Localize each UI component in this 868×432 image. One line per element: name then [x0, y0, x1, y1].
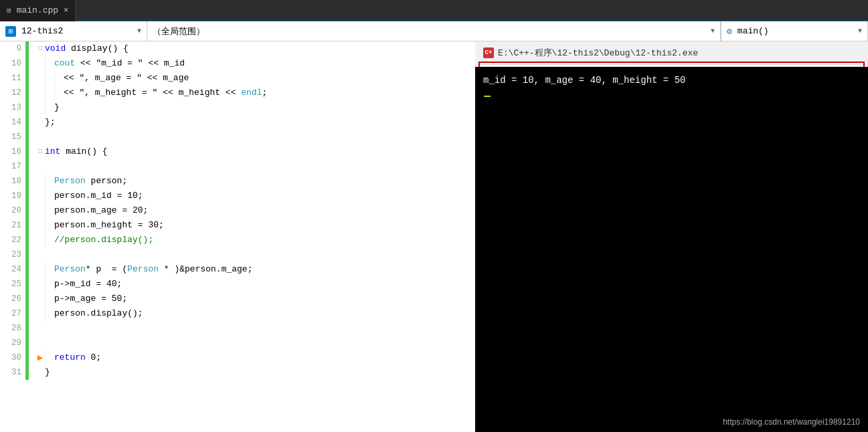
collapse-placeholder — [35, 56, 45, 71]
code-row: 16□int main() { — [0, 144, 475, 159]
code-row: 13} — [0, 100, 475, 115]
gutter-spacer — [29, 365, 35, 380]
terminal-cursor-line — [483, 88, 860, 104]
indent-guide — [45, 174, 54, 189]
indent-guide — [54, 86, 64, 100]
code-text[interactable]: Person person; — [54, 174, 475, 189]
collapse-placeholder — [35, 159, 45, 174]
terminal-output-text: m_id = 10, m_age = 40, m_height = 50 — [483, 75, 685, 86]
gutter-spacer — [29, 159, 35, 174]
gutter-spacer — [29, 292, 35, 306]
code-text[interactable] — [45, 321, 475, 336]
indent-guide — [45, 189, 54, 203]
scope-label: （全局范围） — [153, 25, 205, 37]
collapse-icon[interactable]: □ — [35, 144, 45, 159]
code-text[interactable]: void display() { — [45, 41, 475, 56]
code-row: 14}; — [0, 115, 475, 130]
code-text[interactable]: p->m_id = 40; — [54, 277, 475, 292]
code-text[interactable]: person.m_id = 10; — [54, 189, 475, 203]
code-text[interactable]: }; — [45, 115, 475, 130]
tab-main-cpp[interactable]: ⊞ main.cpp × — [0, 0, 76, 21]
scope-dropdown-arrow: ▼ — [711, 27, 715, 35]
line-number: 12 — [0, 86, 25, 100]
code-text[interactable] — [45, 336, 475, 350]
code-row: 15 — [0, 130, 475, 144]
gutter-spacer — [29, 233, 35, 247]
code-text[interactable] — [45, 159, 475, 174]
terminal-title: E:\C++-程序\12-this2\Debug\12-this2.exe — [498, 47, 698, 59]
code-text[interactable]: } — [54, 100, 475, 115]
func-dropdown[interactable]: ⚙ main() ▼ — [721, 21, 868, 41]
tab-pin-icon: ⊞ — [7, 6, 11, 15]
indent-guide — [45, 292, 54, 306]
code-row: 19person.m_id = 10; — [0, 189, 475, 203]
line-number: 14 — [0, 115, 25, 130]
code-text[interactable]: //person.display(); — [54, 233, 475, 247]
indent-guide — [45, 71, 54, 86]
collapse-placeholder — [35, 277, 45, 292]
collapse-placeholder — [35, 262, 45, 277]
code-row: 23 — [0, 247, 475, 262]
code-text[interactable]: person.m_height = 30; — [54, 218, 475, 233]
code-text[interactable]: << ", m_height = " << m_height << endl; — [64, 86, 475, 100]
code-editor[interactable]: 9□void display() {10cout << "m_id = " <<… — [0, 41, 475, 432]
line-number: 24 — [0, 262, 25, 277]
collapse-placeholder — [35, 321, 45, 336]
indent-guide — [45, 203, 54, 218]
line-number: 26 — [0, 292, 25, 306]
line-number: 31 — [0, 365, 25, 380]
line-number: 30 — [0, 350, 25, 365]
line-number: 21 — [0, 218, 25, 233]
code-text[interactable]: p->m_age = 50; — [54, 292, 475, 306]
code-row: 22//person.display(); — [0, 233, 475, 247]
line-number: 23 — [0, 247, 25, 262]
gutter-spacer — [29, 86, 35, 100]
collapse-placeholder — [35, 292, 45, 306]
code-text[interactable]: return 0; — [54, 350, 475, 365]
gutter-spacer — [29, 100, 35, 115]
project-dropdown-arrow: ▼ — [137, 27, 141, 35]
terminal-title-bar: C+ E:\C++-程序\12-this2\Debug\12-this2.exe — [475, 41, 868, 65]
code-text[interactable]: person.display(); — [54, 306, 475, 321]
code-row: 29 — [0, 336, 475, 350]
code-text[interactable]: int main() { — [45, 144, 475, 159]
gutter-spacer — [29, 41, 35, 56]
code-rows: 9□void display() {10cout << "m_id = " <<… — [0, 41, 475, 432]
project-dropdown[interactable]: ⊞ 12-this2 ▼ — [0, 21, 147, 41]
collapse-placeholder — [35, 247, 45, 262]
code-text[interactable]: } — [45, 365, 475, 380]
code-row: 24Person* p = (Person * )&person.m_age; — [0, 262, 475, 277]
indent-guide — [45, 350, 54, 365]
collapse-placeholder — [35, 233, 45, 247]
gutter-spacer — [29, 189, 35, 203]
code-row: 18Person person; — [0, 174, 475, 189]
terminal-cursor — [484, 96, 491, 97]
scope-dropdown[interactable]: （全局范围） ▼ — [147, 21, 721, 41]
line-number: 17 — [0, 159, 25, 174]
code-row: 9□void display() { — [0, 41, 475, 56]
gutter-spacer — [29, 174, 35, 189]
collapse-icon[interactable]: □ — [35, 41, 45, 56]
gutter-spacer — [29, 321, 35, 336]
project-icon: ⊞ — [5, 26, 16, 37]
indent-guide — [45, 56, 54, 71]
code-text[interactable] — [45, 130, 475, 144]
gutter-spacer — [29, 218, 35, 233]
tab-close-button[interactable]: × — [64, 6, 68, 15]
code-text[interactable]: Person* p = (Person * )&person.m_age; — [54, 262, 475, 277]
indent-guide — [45, 86, 54, 100]
code-text[interactable]: person.m_age = 20; — [54, 203, 475, 218]
collapse-placeholder — [35, 336, 45, 350]
line-number: 18 — [0, 174, 25, 189]
tab-filename: main.cpp — [17, 5, 58, 15]
code-row: 10cout << "m_id = " << m_id — [0, 56, 475, 71]
blog-url: https://blog.csdn.net/wanglei19891210 — [723, 417, 860, 427]
code-text[interactable]: cout << "m_id = " << m_id — [54, 56, 475, 71]
tab-bar: ⊞ main.cpp × — [0, 0, 868, 21]
code-text[interactable]: << ", m_age = " << m_age — [64, 71, 475, 86]
code-text[interactable] — [45, 247, 475, 262]
collapse-placeholder — [35, 71, 45, 86]
func-dropdown-arrow: ▼ — [858, 27, 862, 35]
editor-area: 9□void display() {10cout << "m_id = " <<… — [0, 41, 868, 432]
indent-guide — [45, 100, 54, 115]
